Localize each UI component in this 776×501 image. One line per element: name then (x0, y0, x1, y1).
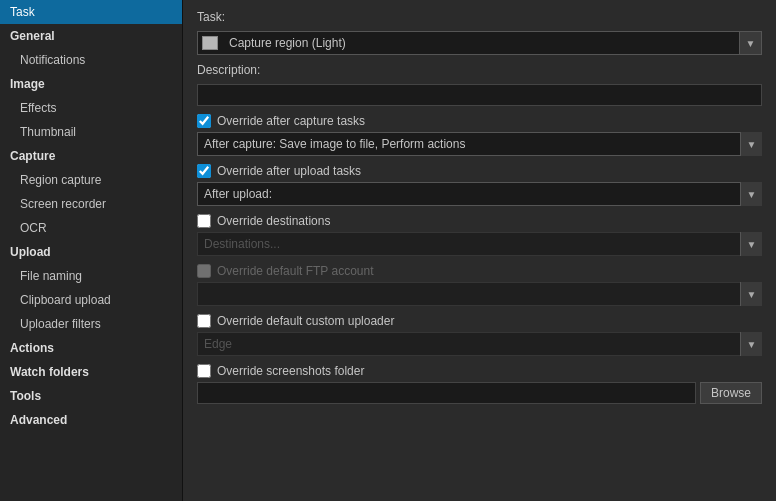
sidebar-item-upload: Upload (0, 240, 182, 264)
override-screenshots-checkbox[interactable] (197, 364, 211, 378)
sidebar-item-actions: Actions (0, 336, 182, 360)
description-section: Description: (197, 63, 762, 106)
override-screenshots-row: Override screenshots folder (197, 364, 762, 378)
override-ftp-checkbox[interactable] (197, 264, 211, 278)
override-screenshots-label[interactable]: Override screenshots folder (217, 364, 364, 378)
override-ftp-row: Override default FTP account (197, 264, 762, 278)
task-label: Task: (197, 10, 762, 24)
sidebar-item-tools: Tools (0, 384, 182, 408)
destinations-select-wrapper: Destinations... ▼ (197, 232, 762, 256)
override-after-upload-label[interactable]: Override after upload tasks (217, 164, 361, 178)
override-custom-uploader-checkbox[interactable] (197, 314, 211, 328)
sidebar-item-notifications[interactable]: Notifications (0, 48, 182, 72)
override-destinations-label[interactable]: Override destinations (217, 214, 330, 228)
sidebar-item-general: General (0, 24, 182, 48)
override-after-capture-row: Override after capture tasks (197, 114, 762, 128)
screenshots-folder-input[interactable] (197, 382, 696, 404)
ftp-select[interactable] (197, 282, 762, 306)
after-capture-select-wrapper: After capture: Save image to file, Perfo… (197, 132, 762, 156)
custom-uploader-select-wrapper: Edge ▼ (197, 332, 762, 356)
override-after-upload-row: Override after upload tasks (197, 164, 762, 178)
screenshots-folder-row: Browse (197, 382, 762, 404)
override-custom-uploader-row: Override default custom uploader (197, 314, 762, 328)
override-after-upload-section: Override after upload tasks After upload… (197, 164, 762, 206)
sidebar-item-image: Image (0, 72, 182, 96)
custom-uploader-select[interactable]: Edge (197, 332, 762, 356)
sidebar-item-screen-recorder[interactable]: Screen recorder (0, 192, 182, 216)
sidebar-item-file-naming[interactable]: File naming (0, 264, 182, 288)
main-content: Task: Capture region (Light) ▼ Descripti… (183, 0, 776, 501)
sidebar-item-watch-folders: Watch folders (0, 360, 182, 384)
sidebar-item-thumbnail[interactable]: Thumbnail (0, 120, 182, 144)
override-destinations-checkbox[interactable] (197, 214, 211, 228)
sidebar-item-advanced: Advanced (0, 408, 182, 432)
sidebar: Task General Notifications Image Effects… (0, 0, 183, 501)
description-input[interactable] (197, 84, 762, 106)
after-upload-select-wrapper: After upload: ▼ (197, 182, 762, 206)
override-custom-uploader-label[interactable]: Override default custom uploader (217, 314, 394, 328)
sidebar-item-task[interactable]: Task (0, 0, 182, 24)
override-destinations-section: Override destinations Destinations... ▼ (197, 214, 762, 256)
description-label: Description: (197, 63, 762, 77)
sidebar-item-clipboard-upload[interactable]: Clipboard upload (0, 288, 182, 312)
after-capture-select[interactable]: After capture: Save image to file, Perfo… (197, 132, 762, 156)
override-custom-uploader-section: Override default custom uploader Edge ▼ (197, 314, 762, 356)
ftp-select-wrapper: ▼ (197, 282, 762, 306)
override-ftp-section: Override default FTP account ▼ (197, 264, 762, 306)
task-select[interactable]: Capture region (Light) (223, 31, 757, 55)
override-after-capture-label[interactable]: Override after capture tasks (217, 114, 365, 128)
task-color-box (202, 36, 218, 50)
sidebar-item-capture: Capture (0, 144, 182, 168)
sidebar-item-effects[interactable]: Effects (0, 96, 182, 120)
sidebar-item-ocr[interactable]: OCR (0, 216, 182, 240)
override-screenshots-section: Override screenshots folder Browse (197, 364, 762, 404)
browse-button[interactable]: Browse (700, 382, 762, 404)
sidebar-item-uploader-filters[interactable]: Uploader filters (0, 312, 182, 336)
destinations-select[interactable]: Destinations... (197, 232, 762, 256)
override-after-capture-checkbox[interactable] (197, 114, 211, 128)
override-destinations-row: Override destinations (197, 214, 762, 228)
task-select-wrapper: Capture region (Light) ▼ (197, 31, 762, 55)
override-after-capture-section: Override after capture tasks After captu… (197, 114, 762, 156)
sidebar-item-region-capture[interactable]: Region capture (0, 168, 182, 192)
override-ftp-label[interactable]: Override default FTP account (217, 264, 374, 278)
after-upload-select[interactable]: After upload: (197, 182, 762, 206)
task-section: Task: Capture region (Light) ▼ (197, 10, 762, 55)
override-after-upload-checkbox[interactable] (197, 164, 211, 178)
